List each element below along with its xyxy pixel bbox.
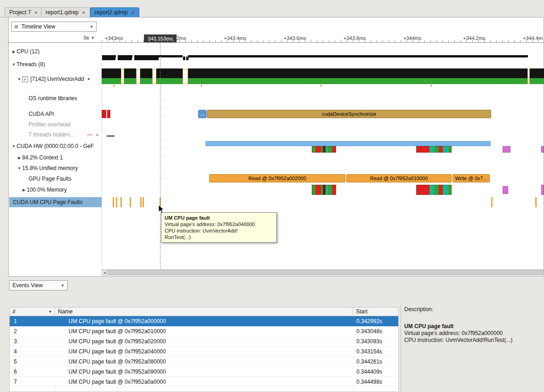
- close-icon[interactable]: ×: [131, 10, 135, 16]
- sidebar-item-thread-uvmvectoradd[interactable]: ▼ ✓ [7142] UvmVectorAdd ▼: [9, 74, 102, 84]
- sidebar-item-context1[interactable]: ▶ 84.2% Context 1: [9, 153, 102, 162]
- timeline-view-selector[interactable]: ≡ Timeline View ▼: [11, 22, 97, 32]
- cuda-api-call-bar[interactable]: [107, 110, 110, 118]
- event-row[interactable]: 7 UM CPU page fault @ 0x7f952a0a0000 0.3…: [10, 377, 398, 387]
- sidebar-item-label: Threads (8): [17, 61, 45, 68]
- sidebar-item-cuda-api[interactable]: CUDA API: [9, 109, 102, 119]
- thread-blocked-segment[interactable]: [183, 69, 188, 84]
- um-cpu-page-fault-tick[interactable]: [113, 197, 114, 207]
- um-cpu-page-fault-tick[interactable]: [535, 197, 537, 207]
- thread-event-tick[interactable]: [431, 85, 432, 87]
- ruler-origin-button[interactable]: 0s ▼: [84, 35, 95, 40]
- column-header-start[interactable]: Start: [353, 307, 398, 316]
- sidebar-item-threads-hidden[interactable]: 7 threads hidden... — +: [9, 130, 102, 139]
- sidebar-item-um-cpu-page-faults[interactable]: CUDA UM CPU Page Faults: [9, 197, 102, 207]
- sidebar-item-unified-memory[interactable]: ▼ 15.8% Unified memory: [9, 164, 102, 173]
- collapse-arrow-icon[interactable]: ▶: [21, 188, 27, 192]
- cpu-busy-segment[interactable]: [186, 57, 189, 60]
- sidebar-item-label: 100.0% Memory: [27, 187, 67, 193]
- expand-arrow-icon[interactable]: ▼: [11, 144, 17, 148]
- um-cpu-page-fault-tick[interactable]: [120, 197, 122, 207]
- hw-memory-op[interactable]: [541, 146, 544, 153]
- thread-running-segment[interactable]: [140, 78, 152, 84]
- cpu-utilization-bar[interactable]: [102, 55, 528, 57]
- thread-blocked-segment[interactable]: [527, 69, 530, 84]
- sidebar-item-cpu[interactable]: ▶ CPU (12): [9, 47, 102, 56]
- um-cpu-page-fault-tick[interactable]: [143, 197, 144, 207]
- cpu-busy-segment[interactable]: [102, 55, 115, 60]
- hscrollbar-thumb[interactable]: [108, 270, 544, 275]
- sidebar-item-cuda-hw[interactable]: ▼ CUDA HW (0000:02:00.0 - GeF: [9, 142, 102, 151]
- cuda-api-collapsed-chip[interactable]: ...: [198, 110, 206, 118]
- thread-running-segment[interactable]: [530, 78, 544, 84]
- tab-report1[interactable]: report1.qdrep ×: [41, 7, 90, 17]
- hw-memory-op[interactable]: [503, 146, 510, 153]
- collapse-arrow-icon[interactable]: ▶: [11, 50, 17, 54]
- thread-event-tick[interactable]: [201, 85, 202, 87]
- column-header-num[interactable]: # ▼: [10, 307, 55, 316]
- thread-running-segment[interactable]: [188, 78, 527, 84]
- thread-blocked-segment[interactable]: [136, 69, 140, 84]
- show-thread-icon[interactable]: +: [95, 131, 99, 138]
- um-cpu-page-fault-tick[interactable]: [130, 197, 131, 207]
- cuda-api-call-bar[interactable]: [102, 110, 106, 118]
- thread-blocked-segment[interactable]: [121, 69, 124, 84]
- thread-event-tick[interactable]: [114, 85, 115, 87]
- sidebar-item-gpu-page-faults[interactable]: GPU Page Faults: [9, 174, 102, 183]
- um-cpu-page-fault-tick[interactable]: [140, 197, 142, 207]
- sidebar-item-memory[interactable]: ▶ 100.0% Memory: [9, 185, 102, 194]
- expand-arrow-icon[interactable]: ▼: [17, 166, 22, 170]
- gpu-page-fault-read-bar[interactable]: Read @ 0x7f952a010000: [346, 174, 452, 182]
- close-icon[interactable]: ×: [82, 10, 86, 16]
- event-row[interactable]: 6 UM CPU page fault @ 0x7f952a090000 0.3…: [10, 367, 398, 377]
- gpu-page-fault-read-bar[interactable]: Read @ 0x7f952a002000: [209, 174, 345, 182]
- checkbox-checked-icon[interactable]: ✓: [22, 76, 28, 82]
- events-description-splitter[interactable]: [401, 303, 401, 392]
- thread-state-segment[interactable]: [140, 68, 152, 78]
- events-view-selector[interactable]: Events View ▼: [9, 280, 68, 290]
- event-row[interactable]: 4 UM CPU page fault @ 0x7f952a040000 0.3…: [10, 347, 398, 357]
- memory-ops-group[interactable]: [312, 185, 336, 195]
- close-icon[interactable]: ×: [34, 10, 38, 16]
- unified-memory-transfer-bar[interactable]: [206, 141, 491, 146]
- memory-op[interactable]: [503, 186, 508, 194]
- hw-kernel-memops-group[interactable]: [312, 146, 336, 153]
- memory-ops-group[interactable]: [416, 185, 452, 195]
- hw-kernel-memops-group[interactable]: [416, 146, 452, 153]
- um-cpu-page-fault-tick[interactable]: [491, 197, 492, 207]
- thread-state-segment[interactable]: [188, 68, 527, 78]
- gpu-page-fault-write-bar[interactable]: Write @ 0x7...: [452, 174, 490, 182]
- thread-state-segment[interactable]: [102, 68, 121, 78]
- cpu-busy-segment[interactable]: [118, 55, 132, 60]
- scroll-left-button[interactable]: ◄: [102, 270, 108, 276]
- tab-report2-active[interactable]: report2.qdrep ×: [90, 7, 139, 17]
- hide-thread-icon[interactable]: —: [87, 131, 92, 138]
- event-row[interactable]: 2 UM CPU page fault @ 0x7f952a010000 0.3…: [10, 326, 398, 336]
- thread-running-segment[interactable]: [124, 78, 136, 84]
- event-name: UM CPU page fault @ 0x7f952a020000: [55, 338, 353, 345]
- thread-event-tick[interactable]: [321, 85, 321, 87]
- thread-state-segment[interactable]: [124, 68, 136, 78]
- event-row[interactable]: 1 UM CPU page fault @ 0x7f952a000000 0.3…: [10, 316, 398, 326]
- event-row[interactable]: 5 UM CPU page fault @ 0x7f952a080000 0.3…: [10, 357, 398, 367]
- cuda-device-synchronize-bar[interactable]: cudaDeviceSynchronize: [207, 110, 491, 118]
- tab-project[interactable]: Project 7 ×: [5, 7, 42, 17]
- chevron-down-icon[interactable]: ▼: [87, 77, 91, 81]
- sidebar-item-threads[interactable]: ▼ Threads (8): [9, 60, 102, 69]
- sidebar-item-profiler-overhead[interactable]: Profiler overhead: [9, 120, 102, 129]
- expand-arrow-icon[interactable]: ▼: [17, 77, 22, 81]
- sidebar-item-os-runtime[interactable]: OS runtime libraries: [9, 94, 102, 103]
- memory-op[interactable]: [541, 185, 544, 195]
- cpu-busy-segment[interactable]: [134, 55, 159, 60]
- collapse-arrow-icon[interactable]: ▶: [17, 156, 22, 160]
- um-cpu-page-fault-tick[interactable]: [116, 197, 117, 207]
- column-header-name[interactable]: Name: [55, 307, 353, 316]
- thread-state-segment[interactable]: [530, 68, 544, 78]
- thread-blocked-segment[interactable]: [152, 69, 156, 84]
- chevron-down-icon: ▼: [90, 25, 93, 29]
- expand-arrow-icon[interactable]: ▼: [11, 62, 17, 67]
- cpu-busy-segment[interactable]: [183, 57, 185, 60]
- thread-running-segment[interactable]: [102, 78, 121, 84]
- sort-caret-icon[interactable]: ▼: [48, 310, 52, 314]
- event-row[interactable]: 3 UM CPU page fault @ 0x7f952a020000 0.3…: [10, 336, 398, 347]
